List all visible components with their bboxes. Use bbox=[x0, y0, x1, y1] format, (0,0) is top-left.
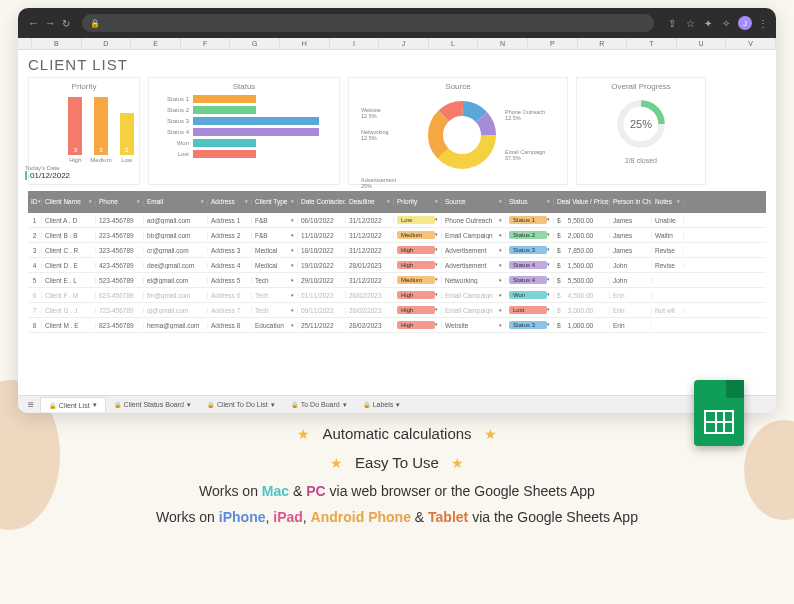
menu-dots-icon[interactable]: ⋮ bbox=[758, 18, 766, 29]
extension-icon[interactable]: ✦ bbox=[702, 17, 714, 29]
chevron-down-icon[interactable]: ▾ bbox=[291, 307, 294, 313]
sort-icon[interactable]: ▾ bbox=[245, 199, 248, 205]
table-header-cell[interactable]: Priority▾ bbox=[394, 198, 442, 205]
table-header-cell[interactable]: Address▾ bbox=[208, 198, 252, 205]
puzzle-icon[interactable]: ✧ bbox=[720, 17, 732, 29]
table-header-cell[interactable]: Date Contacted▾ bbox=[298, 198, 346, 205]
sort-icon[interactable]: ▾ bbox=[38, 199, 41, 205]
chevron-down-icon[interactable]: ▾ bbox=[499, 307, 502, 313]
sort-icon[interactable]: ▾ bbox=[387, 199, 390, 205]
reload-icon[interactable]: ↻ bbox=[62, 18, 70, 29]
chevron-down-icon[interactable]: ▾ bbox=[547, 216, 550, 222]
back-icon[interactable]: ← bbox=[28, 17, 39, 29]
table-header-cell[interactable]: Notes▾ bbox=[652, 198, 684, 205]
table-header-cell[interactable]: Client Name▾ bbox=[42, 198, 96, 205]
chevron-down-icon[interactable]: ▾ bbox=[547, 276, 550, 282]
chevron-down-icon[interactable]: ▾ bbox=[547, 306, 550, 312]
table-row[interactable]: 2 Client B . B 223-456789 bb@gmail.com A… bbox=[28, 228, 766, 243]
chevron-down-icon[interactable]: ▾ bbox=[435, 231, 438, 237]
priority-pill[interactable]: High bbox=[397, 291, 435, 299]
forward-icon[interactable]: → bbox=[45, 17, 56, 29]
chevron-down-icon[interactable]: ▾ bbox=[187, 401, 191, 409]
sheet-tab[interactable]: 🔒To Do Board ▾ bbox=[283, 397, 355, 412]
sort-icon[interactable]: ▾ bbox=[499, 199, 502, 205]
sort-icon[interactable]: ▾ bbox=[137, 199, 140, 205]
sheet-tab[interactable]: 🔒Labels ▾ bbox=[355, 397, 409, 412]
sort-icon[interactable]: ▾ bbox=[677, 199, 680, 205]
table-row[interactable]: 4 Client D . E 423-456789 dee@gmail.com … bbox=[28, 258, 766, 273]
chevron-down-icon[interactable]: ▾ bbox=[435, 291, 438, 297]
chevron-down-icon[interactable]: ▾ bbox=[435, 276, 438, 282]
chevron-down-icon[interactable]: ▾ bbox=[291, 322, 294, 328]
sort-icon[interactable]: ▾ bbox=[291, 199, 294, 205]
chevron-down-icon[interactable]: ▾ bbox=[547, 261, 550, 267]
sheet-tab[interactable]: 🔒Client Status Board ▾ bbox=[106, 397, 199, 412]
sheets-menu-icon[interactable]: ≡ bbox=[24, 399, 38, 410]
sort-icon[interactable]: ▾ bbox=[435, 199, 438, 205]
chevron-down-icon[interactable]: ▾ bbox=[547, 321, 550, 327]
chevron-down-icon[interactable]: ▾ bbox=[499, 292, 502, 298]
chevron-down-icon[interactable]: ▾ bbox=[499, 262, 502, 268]
status-pill[interactable]: Status 1 bbox=[509, 216, 547, 224]
priority-pill[interactable]: Low bbox=[397, 216, 435, 224]
status-pill[interactable]: Status 4 bbox=[509, 276, 547, 284]
table-row[interactable]: 5 Client E . L 523-456789 el@gmail.com A… bbox=[28, 273, 766, 288]
chevron-down-icon[interactable]: ▾ bbox=[499, 277, 502, 283]
chevron-down-icon[interactable]: ▾ bbox=[291, 262, 294, 268]
priority-pill[interactable]: High bbox=[397, 246, 435, 254]
sort-icon[interactable]: ▾ bbox=[201, 199, 204, 205]
chevron-down-icon[interactable]: ▾ bbox=[435, 216, 438, 222]
table-header-cell[interactable]: Person in Charge▾ bbox=[610, 198, 652, 205]
chevron-down-icon[interactable]: ▾ bbox=[435, 321, 438, 327]
date-value[interactable]: 01/12/2022 bbox=[25, 171, 70, 180]
avatar[interactable]: J bbox=[738, 16, 752, 30]
status-pill[interactable]: Status 2 bbox=[509, 231, 547, 239]
chevron-down-icon[interactable]: ▾ bbox=[291, 277, 294, 283]
chevron-down-icon[interactable]: ▾ bbox=[93, 401, 97, 409]
priority-pill[interactable]: High bbox=[397, 321, 435, 329]
table-header-cell[interactable]: Phone▾ bbox=[96, 198, 144, 205]
status-pill[interactable]: Won bbox=[509, 291, 547, 299]
table-header-cell[interactable]: Status▾ bbox=[506, 198, 554, 205]
chevron-down-icon[interactable]: ▾ bbox=[499, 322, 502, 328]
chevron-down-icon[interactable]: ▾ bbox=[291, 292, 294, 298]
status-pill[interactable]: Status 4 bbox=[509, 261, 547, 269]
sheet-tab[interactable]: 🔒Client List ▾ bbox=[40, 397, 106, 412]
table-row[interactable]: 6 Client F . M 623-456789 fm@gmail.com A… bbox=[28, 288, 766, 303]
status-pill[interactable]: Status 3 bbox=[509, 246, 547, 254]
chevron-down-icon[interactable]: ▾ bbox=[499, 247, 502, 253]
chevron-down-icon[interactable]: ▾ bbox=[291, 232, 294, 238]
priority-pill[interactable]: Medium bbox=[397, 231, 435, 239]
priority-pill[interactable]: High bbox=[397, 306, 435, 314]
chevron-down-icon[interactable]: ▾ bbox=[291, 247, 294, 253]
status-pill[interactable]: Status 3 bbox=[509, 321, 547, 329]
sort-icon[interactable]: ▾ bbox=[89, 199, 92, 205]
table-header-cell[interactable]: Deadline▾ bbox=[346, 198, 394, 205]
priority-pill[interactable]: High bbox=[397, 261, 435, 269]
table-row[interactable]: 7 Client G . J 723-456789 gj@gmail.com A… bbox=[28, 303, 766, 318]
chevron-down-icon[interactable]: ▾ bbox=[435, 246, 438, 252]
chevron-down-icon[interactable]: ▾ bbox=[396, 401, 400, 409]
sort-icon[interactable]: ▾ bbox=[547, 199, 550, 205]
chevron-down-icon[interactable]: ▾ bbox=[499, 217, 502, 223]
sheet-tab[interactable]: 🔒Client To Do List ▾ bbox=[199, 397, 283, 412]
chevron-down-icon[interactable]: ▾ bbox=[435, 261, 438, 267]
table-row[interactable]: 1 Client A . D 123-456789 ad@gmail.com A… bbox=[28, 213, 766, 228]
status-pill[interactable]: Lost bbox=[509, 306, 547, 314]
table-row[interactable]: 3 Client C . R 323-456789 cr@gmail.com A… bbox=[28, 243, 766, 258]
chevron-down-icon[interactable]: ▾ bbox=[547, 246, 550, 252]
star-icon[interactable]: ☆ bbox=[684, 17, 696, 29]
priority-pill[interactable]: Medium bbox=[397, 276, 435, 284]
chevron-down-icon[interactable]: ▾ bbox=[547, 291, 550, 297]
url-bar[interactable]: 🔒 bbox=[82, 14, 654, 32]
chevron-down-icon[interactable]: ▾ bbox=[547, 231, 550, 237]
chevron-down-icon[interactable]: ▾ bbox=[499, 232, 502, 238]
table-row[interactable]: 8 Client M . E 823-456789 hema@gmail.com… bbox=[28, 318, 766, 333]
table-header-cell[interactable]: ID▾ bbox=[28, 198, 42, 205]
table-header-cell[interactable]: Client Type▾ bbox=[252, 198, 298, 205]
chevron-down-icon[interactable]: ▾ bbox=[271, 401, 275, 409]
share-icon[interactable]: ⇪ bbox=[666, 17, 678, 29]
chevron-down-icon[interactable]: ▾ bbox=[343, 401, 347, 409]
table-header-cell[interactable]: Deal Value / Price Value▾ bbox=[554, 198, 610, 205]
chevron-down-icon[interactable]: ▾ bbox=[435, 306, 438, 312]
